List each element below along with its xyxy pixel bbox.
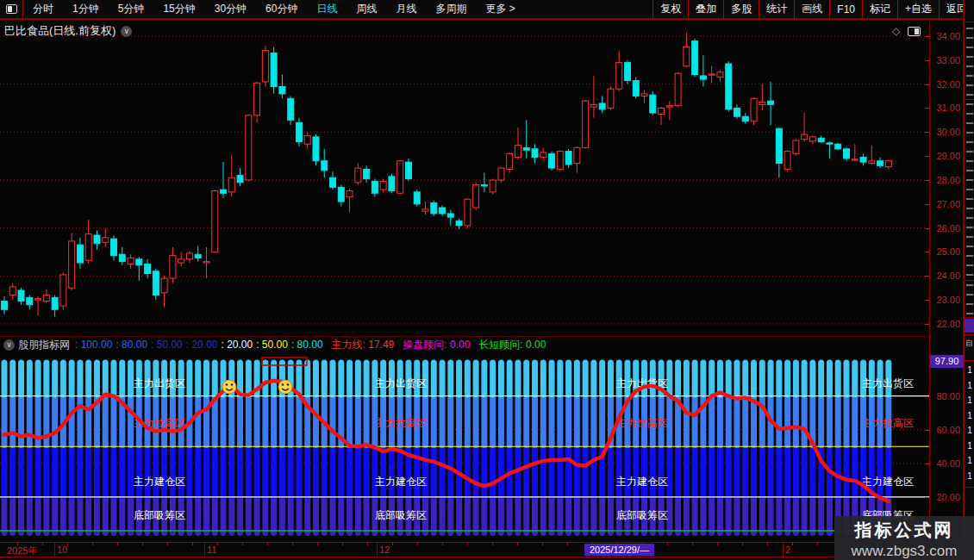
svg-text:主力出货区: 主力出货区	[134, 377, 185, 389]
date-tick	[392, 543, 393, 545]
chart-corner-icons: ◇	[892, 25, 921, 37]
indicator-param: : 100.00	[75, 339, 112, 351]
strip-digit[interactable]: 1	[965, 381, 974, 390]
strip-digit[interactable]: 1	[965, 426, 974, 435]
period-item-60分钟[interactable]: 60分钟	[256, 2, 307, 16]
toolbar-button-+自选[interactable]: +自选	[897, 0, 939, 18]
strip-glyph	[966, 274, 973, 276]
date-tick	[267, 543, 268, 545]
indicator-param: : 80.00	[116, 339, 147, 351]
period-item-月线[interactable]: 月线	[386, 2, 426, 16]
indicator-dropdown-icon[interactable]: ∨	[3, 339, 15, 351]
strip-glyph	[966, 236, 973, 238]
date-tick	[117, 543, 118, 545]
price-label: 24.00	[931, 271, 960, 281]
strip-glyph	[966, 294, 973, 296]
toolbar-button-叠加[interactable]: 叠加	[688, 0, 723, 18]
toolbar-button-复权[interactable]: 复权	[652, 0, 688, 18]
svg-text:底部吸筹区: 底部吸筹区	[375, 509, 427, 521]
toolbar-button-统计[interactable]: 统计	[759, 0, 794, 18]
period-item-日线[interactable]: 日线	[307, 2, 347, 16]
date-tick	[92, 543, 93, 545]
strip-glyph	[966, 170, 973, 171]
date-tick	[542, 543, 543, 545]
strip-digit[interactable]: 1	[965, 456, 974, 465]
panel-value-label: 20.00	[931, 492, 960, 502]
period-item-30分钟[interactable]: 30分钟	[205, 2, 256, 16]
panel-max-tag: 97.90	[930, 355, 964, 368]
month-label[interactable]: 11	[207, 544, 216, 555]
date-tick	[317, 543, 318, 545]
indicator-panel[interactable]: 主力出货区主力出货区主力出货区主力出货区主力拉高区主力拉高区主力拉高区主力拉高区…	[0, 353, 929, 542]
watermark: 指标公式网 www.zbgs3.com	[834, 516, 974, 560]
panel-value-label: 40.00	[931, 458, 960, 469]
toolbar-button-画线[interactable]: 画线	[794, 0, 829, 18]
strip-glyph	[966, 284, 973, 286]
right-sidebar-strip[interactable]: 自11111111	[964, 0, 974, 560]
date-tick	[692, 543, 693, 545]
price-label: 25.00	[931, 246, 960, 257]
month-separator	[377, 543, 378, 557]
price-label: 29.00	[931, 151, 960, 161]
strip-glyph	[966, 132, 973, 134]
window-layout-button[interactable]	[0, 0, 23, 18]
svg-text:主力拉高区: 主力拉高区	[616, 417, 668, 429]
strip-glyph	[966, 103, 973, 105]
month-separator	[204, 543, 205, 557]
strip-glyph	[966, 94, 973, 96]
strip-separator	[965, 99, 974, 100]
period-item-15分钟[interactable]: 15分钟	[153, 2, 204, 16]
title-dropdown-icon[interactable]: ∨	[121, 26, 132, 37]
strip-glyph	[966, 313, 973, 314]
strip-glyph	[966, 56, 973, 58]
svg-text:主力建仓区: 主力建仓区	[375, 476, 427, 488]
split-panel-icon[interactable]	[908, 27, 921, 36]
date-tick	[417, 543, 418, 545]
month-label[interactable]: 2	[785, 544, 790, 555]
strip-digit[interactable]: 1	[965, 411, 974, 420]
period-item-更多 >[interactable]: 更多 >	[476, 2, 524, 16]
indicator-name[interactable]: 股朋指标网	[18, 338, 70, 352]
date-tick	[367, 543, 368, 545]
indicator-field: 操盘顾问: 0.00	[403, 339, 470, 351]
strip-glyph	[966, 255, 973, 257]
svg-text:主力建仓区: 主力建仓区	[616, 476, 668, 488]
toolbar-button-F10[interactable]: F10	[829, 0, 862, 18]
strip-glyph	[966, 122, 973, 124]
main-candlestick-chart[interactable]	[0, 22, 929, 337]
strip-digit[interactable]: 1	[965, 365, 974, 375]
strip-glyph	[966, 189, 973, 190]
svg-text:主力建仓区: 主力建仓区	[862, 476, 914, 488]
month-separator	[783, 543, 784, 557]
indicator-field: 主力线: 17.49	[332, 339, 395, 351]
date-axis[interactable]: 2025年10111222025/12/29/—	[0, 542, 974, 557]
period-item-分时[interactable]: 分时	[23, 2, 63, 16]
price-label: 22.00	[931, 319, 960, 329]
indicator-param: : 80.00	[291, 339, 323, 351]
strip-digit[interactable]: 1	[965, 441, 974, 451]
strip-glyph	[966, 113, 973, 115]
svg-text:主力拉高区: 主力拉高区	[375, 417, 427, 429]
strip-separator	[965, 22, 974, 22]
strip-glyph	[966, 151, 973, 152]
panel-value-label: 60.00	[931, 425, 960, 435]
month-label[interactable]: 10	[57, 544, 67, 555]
strip-separator	[965, 487, 974, 488]
diamond-icon[interactable]: ◇	[892, 25, 900, 37]
period-item-周线[interactable]: 周线	[347, 2, 386, 16]
price-label: 30.00	[931, 127, 960, 137]
period-item-多周期[interactable]: 多周期	[426, 2, 476, 16]
strip-separator	[965, 317, 974, 318]
toolbar-button-标记[interactable]: 标记	[862, 0, 897, 18]
toolbar-button-多股[interactable]: 多股	[723, 0, 759, 18]
date-tick	[492, 543, 493, 545]
top-toolbar: 分时1分钟5分钟15分钟30分钟60分钟日线周线月线多周期更多 > 复权叠加多股…	[0, 0, 974, 20]
strip-digit[interactable]: 1	[965, 395, 974, 405]
strip-glyph	[966, 217, 973, 219]
period-item-5分钟[interactable]: 5分钟	[109, 2, 154, 16]
svg-text:主力拉高区: 主力拉高区	[862, 417, 914, 429]
month-label[interactable]: 12	[379, 544, 390, 555]
strip-digit[interactable]: 1	[965, 471, 974, 481]
period-item-1分钟[interactable]: 1分钟	[63, 2, 109, 16]
indicator-param: : 50.00	[256, 339, 288, 351]
